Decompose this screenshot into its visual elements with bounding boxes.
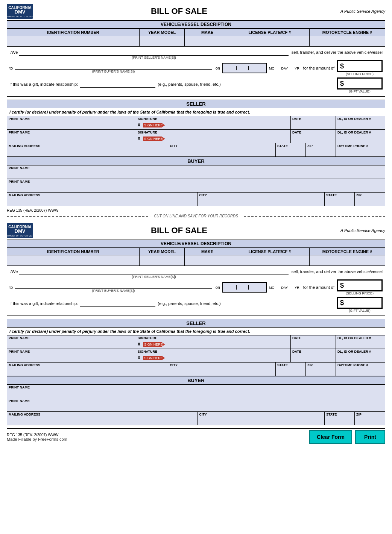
gift-value-input-2[interactable] bbox=[345, 300, 379, 306]
date-yr-input[interactable] bbox=[249, 66, 264, 70]
license-plate-input-2[interactable] bbox=[232, 256, 308, 265]
seller-row-2: PRINT NAME SIGNATURE X SIGN HERE DATE DL… bbox=[7, 130, 385, 143]
buyer-zip-input[interactable] bbox=[356, 197, 383, 205]
seller-state-input[interactable] bbox=[277, 148, 304, 156]
seller-addr-row-2: MAILING ADDRESS CITY STATE ZIP DAYTIME P… bbox=[7, 363, 385, 376]
buyer-name-1-input-2[interactable] bbox=[9, 390, 383, 397]
seller-dl-2-input[interactable] bbox=[337, 135, 383, 142]
seller-dl-1: DL, ID OR DEALER # bbox=[336, 116, 385, 129]
make-input[interactable] bbox=[186, 37, 228, 46]
seller-print-name-2-2: PRINT NAME bbox=[7, 349, 136, 362]
seller-date-1: DATE bbox=[291, 116, 336, 129]
buyer-city-input-2[interactable] bbox=[199, 417, 323, 424]
buyer-addr-row-2: MAILING ADDRESS CITY STATE ZIP bbox=[7, 412, 385, 425]
buyer-state-input-2[interactable] bbox=[326, 417, 353, 424]
buyer-addr-input-2[interactable] bbox=[9, 417, 196, 424]
date-mo-input[interactable] bbox=[225, 66, 237, 70]
seller-zip-input[interactable] bbox=[307, 148, 334, 156]
seller-name-label-2: (PRINT SELLER'S NAME[S]) bbox=[19, 275, 288, 279]
date-day-input[interactable] bbox=[237, 66, 249, 70]
seller-name-1-input-2[interactable] bbox=[9, 340, 134, 348]
seller-phone-input-2[interactable] bbox=[337, 367, 383, 375]
date-day-input-2[interactable] bbox=[237, 285, 249, 290]
col-make-2: MAKE bbox=[185, 248, 230, 255]
print-name-label-s1: PRINT NAME bbox=[9, 117, 134, 121]
date-yr-input-2[interactable] bbox=[249, 285, 264, 290]
reg-note-2: REG 135 (REV. 2/2007) WWW bbox=[7, 433, 67, 437]
seller-date-2-input[interactable] bbox=[292, 135, 334, 142]
vehicle-description-header: VEHICLE/VESSEL DESCRIPTION bbox=[7, 20, 385, 29]
certify-line-2: I certify (or declare) under penalty of … bbox=[7, 328, 385, 335]
make-input-2[interactable] bbox=[186, 256, 228, 265]
motorcycle-engine-input-2[interactable] bbox=[311, 256, 383, 265]
seller-sig-1-input[interactable] bbox=[166, 121, 257, 129]
to-label-2: to bbox=[9, 285, 13, 290]
buyer-row-1-2: PRINT NAME bbox=[7, 385, 385, 398]
mailing-label-s-2: MAILING ADDRESS bbox=[9, 363, 166, 367]
seller-date-1-input-2[interactable] bbox=[292, 340, 334, 348]
motorcycle-engine-input[interactable] bbox=[311, 37, 383, 46]
buyer-city-input[interactable] bbox=[199, 197, 323, 205]
gift-value-input[interactable] bbox=[345, 80, 379, 86]
seller-dl-1-input-2[interactable] bbox=[337, 340, 383, 348]
seller-city-input-2[interactable] bbox=[170, 367, 274, 375]
bottom-bar: REG 135 (REV. 2/2007) WWW Made Fillable … bbox=[7, 428, 385, 445]
date-mo-input-2[interactable] bbox=[225, 285, 237, 290]
zip-label-b: ZIP bbox=[356, 193, 383, 197]
seller-addr-input[interactable] bbox=[9, 148, 166, 156]
seller-name-line-2: I/We (PRINT SELLER'S NAME[S]) sell, tran… bbox=[9, 268, 383, 279]
print-button[interactable]: Print bbox=[355, 430, 385, 444]
id-number-input[interactable] bbox=[9, 37, 138, 46]
buyer-name-2-input[interactable] bbox=[9, 184, 383, 191]
license-plate-input[interactable] bbox=[232, 37, 308, 46]
gift-relationship-input[interactable] bbox=[80, 81, 155, 88]
seller-date-2-input-2[interactable] bbox=[292, 354, 334, 361]
seller-phone-input[interactable] bbox=[337, 148, 383, 156]
year-model-input-2[interactable] bbox=[141, 256, 183, 265]
seller-name-1-input[interactable] bbox=[9, 121, 134, 129]
id-number-input-2[interactable] bbox=[9, 256, 138, 265]
for-amount-label: for the amount of bbox=[303, 66, 334, 70]
seller-city-input[interactable] bbox=[170, 148, 274, 156]
seller-sig-1-input-2[interactable] bbox=[166, 340, 257, 348]
gift-value-group: $ (GIFT VALUE) bbox=[337, 77, 383, 93]
seller-state-input-2[interactable] bbox=[277, 367, 304, 375]
seller-sig-2-2: SIGNATURE X SIGN HERE bbox=[136, 349, 291, 362]
buyer-addr-input[interactable] bbox=[9, 197, 196, 205]
seller-name-2-input[interactable] bbox=[9, 135, 134, 142]
seller-sig-1-2: SIGNATURE X SIGN HERE bbox=[136, 335, 291, 349]
buyer-name-2-input-2[interactable] bbox=[9, 403, 383, 411]
seller-dl-1-2: DL, ID OR DEALER # bbox=[336, 335, 385, 349]
buyer-name-1-input[interactable] bbox=[9, 170, 383, 178]
seller-city-2: CITY bbox=[168, 363, 276, 376]
col-make: MAKE bbox=[185, 29, 230, 36]
seller-name-2-input-2[interactable] bbox=[9, 354, 134, 361]
buyer-name-label: (PRINT BUYER'S NAME[S]) bbox=[15, 70, 212, 73]
buyer-name-input-2[interactable] bbox=[15, 282, 212, 289]
print-name-label-s1-2: PRINT NAME bbox=[9, 336, 134, 340]
seller-dl-2-input-2[interactable] bbox=[337, 354, 383, 361]
gift-relationship-input-2[interactable] bbox=[80, 300, 155, 307]
dmv-logo-2: CALIFORNIA DMV DEPARTMENT OF MOTOR VEHIC… bbox=[7, 223, 33, 238]
buyer-state-input[interactable] bbox=[326, 197, 353, 205]
city-label-s-2: CITY bbox=[170, 363, 274, 367]
seller-date-1-2: DATE bbox=[291, 335, 336, 349]
clear-form-button[interactable]: Clear Form bbox=[309, 430, 352, 444]
seller-state: STATE bbox=[276, 143, 306, 156]
seller-name-input[interactable] bbox=[19, 49, 288, 56]
buyer-name-input[interactable] bbox=[15, 63, 212, 70]
seller-sig-2-input-2[interactable] bbox=[166, 354, 257, 361]
seller-date-1-input[interactable] bbox=[292, 121, 334, 129]
seller-addr-input-2[interactable] bbox=[9, 367, 166, 375]
selling-price-input-2[interactable] bbox=[345, 282, 379, 288]
city-label-b-2: CITY bbox=[199, 413, 323, 416]
seller-name-input-2[interactable] bbox=[19, 268, 288, 275]
year-model-input[interactable] bbox=[141, 37, 183, 46]
seller-sig-2-input[interactable] bbox=[166, 135, 257, 142]
seller-zip-input-2[interactable] bbox=[307, 367, 334, 375]
buyer-zip-input-2[interactable] bbox=[356, 417, 383, 424]
selling-price-input[interactable] bbox=[345, 63, 379, 69]
date-box-2 bbox=[222, 282, 267, 293]
print-name-label-s2-2: PRINT NAME bbox=[9, 350, 134, 353]
seller-dl-1-input[interactable] bbox=[337, 121, 383, 129]
